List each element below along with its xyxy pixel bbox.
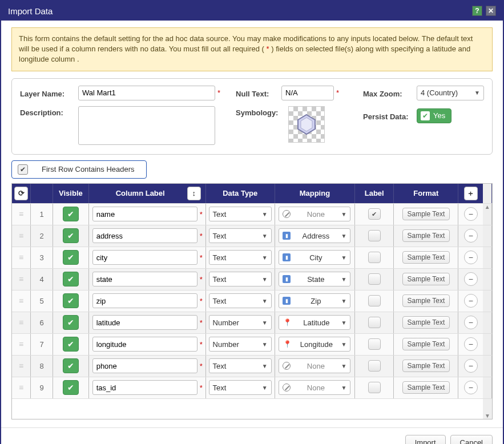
data-type-select[interactable]: Text▼	[209, 293, 272, 308]
remove-row-button[interactable]: −	[464, 316, 478, 329]
data-type-select[interactable]: Number▼	[209, 315, 272, 330]
remove-row-button[interactable]: −	[464, 207, 478, 221]
label-checkbox[interactable]	[368, 360, 381, 372]
data-type-select[interactable]: Text▼	[209, 358, 272, 373]
scrollbar-track[interactable]	[483, 356, 492, 377]
format-button[interactable]: Sample Text	[402, 381, 450, 394]
data-type-select[interactable]: Text▼	[209, 207, 272, 221]
drag-handle-icon[interactable]: ≡	[19, 275, 23, 284]
remove-row-button[interactable]: −	[464, 294, 478, 308]
scrollbar-track[interactable]	[483, 377, 492, 398]
visible-checkbox[interactable]: ✔	[63, 315, 79, 330]
visible-checkbox[interactable]: ✔	[63, 250, 79, 265]
drag-handle-icon[interactable]: ≡	[19, 318, 23, 327]
column-label-input[interactable]	[92, 250, 197, 265]
remove-row-button[interactable]: −	[464, 359, 478, 373]
column-label-input[interactable]	[92, 293, 197, 308]
drag-handle-icon[interactable]: ≡	[19, 340, 23, 349]
import-button[interactable]: Import	[405, 435, 446, 444]
scrollbar-track[interactable]	[483, 269, 492, 290]
scrollbar-track[interactable]	[483, 312, 492, 333]
mapping-value: Address	[294, 232, 337, 240]
persist-data-toggle[interactable]: ✔ Yes	[417, 108, 451, 123]
format-button[interactable]: Sample Text	[402, 360, 450, 372]
column-label-input[interactable]	[92, 228, 197, 243]
format-button[interactable]: Sample Text	[402, 316, 450, 329]
scrollbar-track[interactable]	[483, 225, 492, 247]
null-text-input[interactable]	[281, 86, 334, 100]
mapping-select[interactable]: None▼	[279, 358, 350, 373]
data-type-select[interactable]: Text▼	[209, 228, 272, 243]
mapping-select[interactable]: ▮Zip▼	[279, 293, 350, 308]
format-button[interactable]: Sample Text	[402, 273, 450, 285]
mapping-select[interactable]: ▮City▼	[279, 250, 350, 265]
mapping-select[interactable]: None▼	[279, 380, 350, 395]
column-label-input[interactable]	[92, 337, 197, 352]
visible-checkbox[interactable]: ✔	[63, 337, 79, 352]
column-label-input[interactable]	[92, 380, 197, 395]
format-button[interactable]: Sample Text	[402, 229, 450, 242]
remove-row-button[interactable]: −	[464, 337, 478, 351]
mapping-select[interactable]: None▼	[279, 207, 350, 221]
scrollbar-track[interactable]	[483, 247, 492, 268]
label-checkbox[interactable]	[368, 273, 381, 285]
data-type-select[interactable]: Text▼	[209, 250, 272, 265]
sort-button[interactable]: ↕	[187, 187, 201, 200]
remove-row-button[interactable]: −	[464, 272, 478, 286]
refresh-button[interactable]: ⟳	[14, 187, 28, 200]
add-row-button[interactable]: ＋	[464, 187, 478, 200]
remove-row-button[interactable]: −	[464, 251, 478, 264]
visible-checkbox[interactable]: ✔	[63, 272, 79, 286]
max-zoom-select[interactable]: 4 (Country) ▼	[417, 86, 484, 100]
cancel-button[interactable]: Cancel	[450, 435, 493, 444]
scroll-down-icon[interactable]: ▼	[483, 399, 492, 419]
close-button[interactable]: ✕	[486, 6, 496, 16]
label-checkbox[interactable]	[368, 317, 381, 328]
description-input[interactable]	[78, 106, 215, 145]
scrollbar-track[interactable]	[483, 290, 492, 312]
mapping-select[interactable]: 📍Latitude▼	[279, 315, 350, 330]
drag-handle-icon[interactable]: ≡	[19, 383, 23, 392]
titlebar: Import Data ? ✕	[1, 1, 503, 21]
remove-row-button[interactable]: −	[464, 229, 478, 243]
drag-handle-icon[interactable]: ≡	[19, 253, 23, 262]
format-button[interactable]: Sample Text	[402, 251, 450, 264]
label-checkbox[interactable]	[368, 252, 381, 263]
format-button[interactable]: Sample Text	[402, 338, 450, 350]
label-checkbox[interactable]	[368, 382, 381, 393]
column-label-input[interactable]	[92, 272, 197, 286]
row-index: 2	[31, 225, 53, 247]
mapping-select[interactable]: ▮Address▼	[279, 228, 350, 243]
data-type-select[interactable]: Number▼	[209, 337, 272, 352]
symbology-preview[interactable]	[288, 106, 325, 143]
remove-row-button[interactable]: −	[464, 381, 478, 394]
column-label-input[interactable]	[92, 207, 197, 221]
column-label-input[interactable]	[92, 315, 197, 330]
drag-handle-icon[interactable]: ≡	[19, 296, 23, 305]
format-button[interactable]: Sample Text	[402, 294, 450, 307]
mapping-select[interactable]: 📍Longitude▼	[279, 337, 350, 352]
label-checkbox[interactable]	[368, 295, 381, 306]
help-button[interactable]: ?	[472, 6, 482, 16]
drag-handle-icon[interactable]: ≡	[19, 361, 23, 370]
visible-checkbox[interactable]: ✔	[63, 358, 79, 373]
column-label-input[interactable]	[92, 358, 197, 373]
scrollbar-track[interactable]	[483, 334, 492, 355]
visible-checkbox[interactable]: ✔	[63, 228, 79, 243]
visible-checkbox[interactable]: ✔	[63, 207, 79, 221]
label-checkbox[interactable]: ✔	[368, 208, 381, 220]
mapping-select[interactable]: ▮State▼	[279, 272, 350, 286]
visible-checkbox[interactable]: ✔	[63, 293, 79, 308]
drag-handle-icon[interactable]: ≡	[19, 209, 23, 219]
data-type-select[interactable]: Text▼	[209, 272, 272, 286]
label-checkbox[interactable]	[368, 338, 381, 350]
row-index: 4	[31, 269, 53, 290]
first-row-headers-toggle[interactable]: ✔ First Row Contains Headers	[11, 160, 147, 179]
layer-name-input[interactable]	[78, 86, 215, 100]
visible-checkbox[interactable]: ✔	[63, 380, 79, 395]
label-checkbox[interactable]	[368, 230, 381, 241]
drag-handle-icon[interactable]: ≡	[19, 231, 23, 240]
scroll-up-icon[interactable]: ▲	[483, 204, 492, 225]
data-type-select[interactable]: Text▼	[209, 380, 272, 395]
format-button[interactable]: Sample Text	[402, 208, 450, 220]
